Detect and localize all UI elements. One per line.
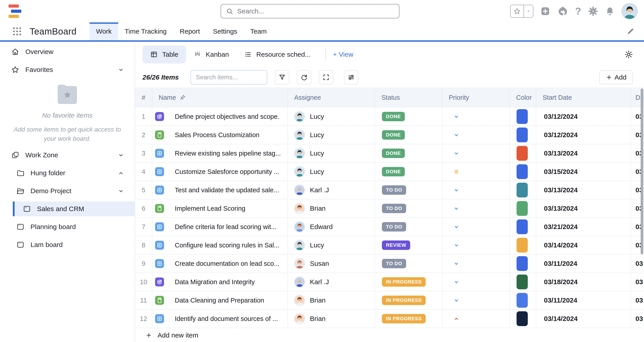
assignee-cell[interactable]: Lucy [288,108,375,126]
start-date-cell[interactable]: 03/14/2024 [536,236,631,254]
status-badge[interactable]: REVIEW [382,240,410,250]
color-swatch[interactable] [516,293,528,308]
priority-cell[interactable] [442,273,510,291]
priority-cell[interactable] [442,199,510,217]
priority-cell[interactable] [442,255,510,273]
nav-tab-report[interactable]: Report [173,22,206,40]
priority-cell[interactable] [442,163,510,181]
sidebar-item-demo-project[interactable]: Demo Project [0,183,135,198]
start-date-cell[interactable]: 03/11/2024 [536,255,631,273]
color-cell[interactable] [510,310,536,328]
help-icon[interactable]: ? [575,6,581,16]
name-cell[interactable]: Configure lead scoring rules in Sal... [152,236,288,254]
name-cell[interactable]: Sales Process Customization [152,126,288,144]
add-item-button[interactable]: Add [599,70,633,84]
color-swatch[interactable] [516,275,528,289]
table-row[interactable]: 5Test and validate the updated sale...Ka… [135,181,644,199]
status-cell[interactable]: DONE [375,108,442,126]
table-row[interactable]: 9Create documentation on lead sco...Susa… [135,255,644,273]
color-swatch[interactable] [516,256,528,271]
priority-cell[interactable] [442,236,510,254]
status-cell[interactable]: TO DO [375,255,442,273]
assignee-cell[interactable]: Lucy [288,126,375,144]
priority-low-icon[interactable] [453,205,460,212]
priority-cell[interactable] [442,144,510,162]
priority-cell[interactable] [442,126,510,144]
table-row[interactable]: 1Define project objectives and scope.Luc… [135,108,644,126]
sidebar-item-planning-board[interactable]: Planning board [0,219,135,234]
priority-cell[interactable] [442,310,510,328]
color-swatch[interactable] [516,201,528,216]
color-swatch[interactable] [516,238,528,253]
name-cell[interactable]: Identify and document sources of ... [152,310,288,328]
start-date-cell[interactable]: 03/21/2024 [536,218,631,236]
assignee-cell[interactable]: Lucy [288,144,375,162]
status-badge[interactable]: DONE [382,167,405,176]
name-cell[interactable]: Test and validate the updated sale... [152,181,288,199]
add-new-item-button[interactable]: Add new item [135,329,644,342]
column-header-status[interactable]: Status [375,87,442,108]
status-badge[interactable]: DONE [382,130,405,140]
color-cell[interactable] [510,291,536,309]
assignee-cell[interactable]: Karl .J [288,273,375,291]
priority-low-icon[interactable] [453,278,460,286]
status-cell[interactable]: IN PROGRESS [375,273,442,291]
assignee-cell[interactable]: Karl .J [288,181,375,199]
color-swatch[interactable] [516,146,528,161]
table-row[interactable]: 3Review existing sales pipeline stag...L… [135,144,644,163]
status-cell[interactable]: IN PROGRESS [375,310,442,328]
status-badge[interactable]: IN PROGRESS [382,296,426,305]
priority-cell[interactable] [442,108,510,126]
global-search-input[interactable] [237,7,394,15]
color-swatch[interactable] [516,109,528,124]
start-date-cell[interactable]: 03/13/2024 [536,199,631,217]
start-date-cell[interactable]: 03/15/2024 [536,163,631,181]
name-cell[interactable]: Data Cleaning and Preparation [152,291,288,309]
color-swatch[interactable] [516,183,528,197]
apps-grid-icon[interactable] [12,26,22,37]
notifications-bell-icon[interactable] [605,6,615,16]
settings-sliders-button[interactable] [344,70,358,84]
due-date-cell[interactable]: 03 [631,291,644,309]
table-row[interactable]: 11Data Cleaning and PreparationBrianIN P… [135,291,644,310]
view-tab-table[interactable]: Table [142,45,186,63]
global-search[interactable] [220,4,400,18]
color-swatch[interactable] [516,128,528,142]
name-cell[interactable]: Review existing sales pipeline stag... [152,144,288,162]
nav-tab-time-tracking[interactable]: Time Tracking [118,22,173,40]
priority-low-icon[interactable] [453,113,460,120]
view-tab-resource-sched-[interactable]: Resource sched... [236,45,318,63]
start-date-cell[interactable]: 03/11/2024 [536,291,631,309]
column-header-assignee[interactable]: Assignee [288,87,375,108]
start-date-cell[interactable]: 03/12/2024 [536,126,631,144]
favorite-split-button[interactable] [510,5,534,18]
view-tab-kanban[interactable]: Kanban [186,45,236,63]
vertical-scrollbar[interactable] [641,89,643,254]
status-cell[interactable]: TO DO [375,199,442,217]
table-row[interactable]: 8Configure lead scoring rules in Sal...L… [135,236,644,255]
name-cell[interactable]: Define criteria for lead scoring wit... [152,218,288,236]
start-date-cell[interactable]: 03/13/2024 [536,181,631,199]
caret-down-icon[interactable] [524,5,533,17]
table-row[interactable]: 7Define criteria for lead scoring wit...… [135,218,644,236]
status-badge[interactable]: TO DO [382,222,406,231]
refresh-button[interactable] [297,70,311,84]
color-cell[interactable] [510,181,536,199]
status-badge[interactable]: DONE [382,149,405,158]
status-cell[interactable]: REVIEW [375,236,442,254]
assignee-cell[interactable]: Brian [288,291,375,309]
color-cell[interactable] [510,255,536,273]
priority-medium-icon[interactable] [453,168,460,175]
spaces-logo-icon[interactable] [557,5,568,17]
star-icon[interactable] [510,5,524,17]
assignee-cell[interactable]: Edward [288,218,375,236]
status-cell[interactable]: IN PROGRESS [375,291,442,309]
column-header-name[interactable]: Name [152,87,288,108]
status-cell[interactable]: TO DO [375,181,442,199]
color-swatch[interactable] [516,219,528,234]
color-cell[interactable] [510,108,536,126]
name-cell[interactable]: Customize Salesforce opportunity ... [152,163,288,181]
color-cell[interactable] [510,236,536,254]
assignee-cell[interactable]: Susan [288,255,375,273]
table-row[interactable]: 4Customize Salesforce opportunity ...Luc… [135,163,644,181]
